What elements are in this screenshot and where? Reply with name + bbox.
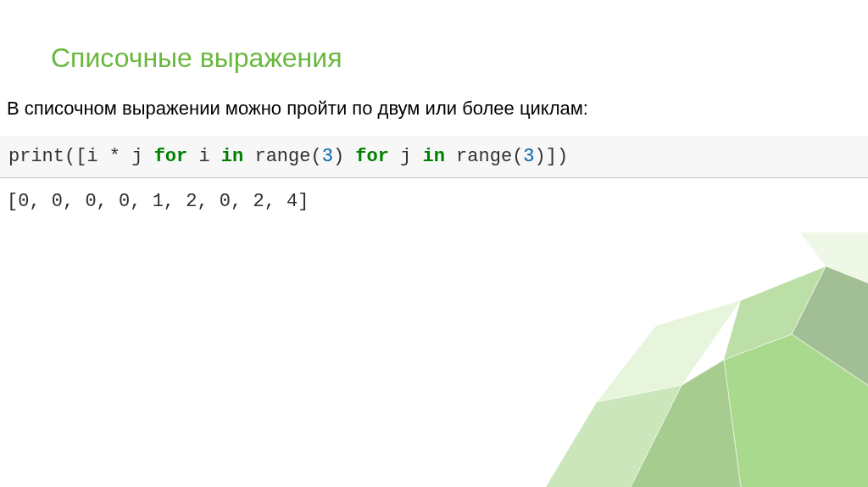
number-literal: 3 bbox=[523, 146, 534, 167]
svg-line-15 bbox=[741, 266, 826, 300]
slide-description: В списочном выражении можно пройти по дв… bbox=[7, 98, 588, 120]
svg-marker-5 bbox=[597, 300, 741, 402]
keyword-for: for bbox=[355, 146, 389, 167]
slide-title: Списочные выражения bbox=[51, 42, 342, 74]
code-text: ) bbox=[333, 146, 355, 167]
svg-line-10 bbox=[724, 334, 792, 360]
code-text: range( bbox=[243, 146, 321, 167]
svg-marker-2 bbox=[724, 334, 868, 487]
svg-marker-6 bbox=[800, 232, 868, 283]
code-text: j bbox=[389, 146, 423, 167]
svg-line-11 bbox=[792, 266, 826, 334]
svg-line-12 bbox=[631, 385, 682, 487]
svg-marker-4 bbox=[792, 266, 868, 385]
keyword-in: in bbox=[221, 146, 243, 167]
svg-marker-1 bbox=[631, 360, 741, 487]
svg-line-9 bbox=[682, 360, 724, 385]
slide-container: Списочные выражения В списочном выражени… bbox=[0, 0, 868, 487]
svg-marker-7 bbox=[724, 266, 826, 360]
svg-marker-3 bbox=[724, 266, 826, 360]
code-text: print([i * j bbox=[8, 146, 154, 167]
svg-marker-0 bbox=[546, 385, 682, 487]
code-block: print([i * j for i in range(3) for j in … bbox=[0, 136, 868, 178]
code-text: range( bbox=[445, 146, 523, 167]
output-block: [0, 0, 0, 0, 1, 2, 0, 2, 4] bbox=[7, 191, 309, 212]
keyword-in: in bbox=[423, 146, 445, 167]
decorative-graphic bbox=[461, 232, 868, 487]
svg-line-14 bbox=[792, 334, 868, 385]
code-text: )]) bbox=[535, 146, 569, 167]
svg-line-13 bbox=[724, 360, 741, 487]
number-literal: 3 bbox=[322, 146, 333, 167]
svg-line-8 bbox=[597, 385, 682, 402]
code-text: i bbox=[187, 146, 221, 167]
keyword-for: for bbox=[154, 146, 188, 167]
